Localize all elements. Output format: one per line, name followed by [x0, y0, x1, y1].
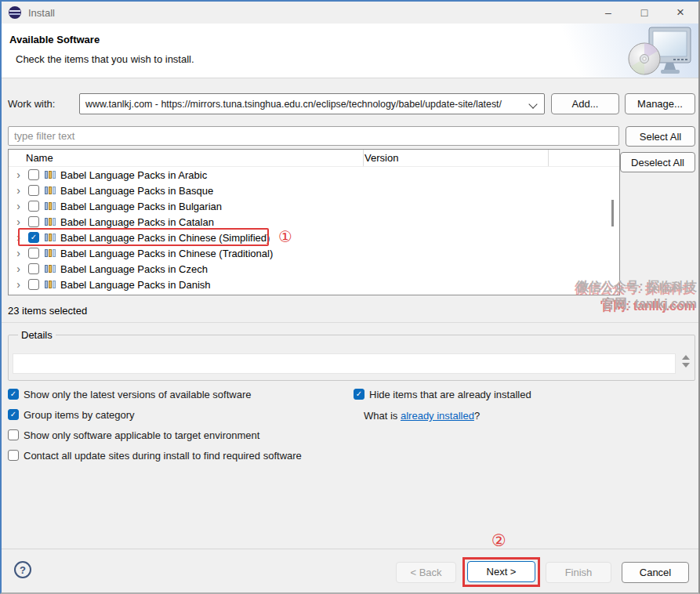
install-dialog-window: Install – □ × Available Software Check t…: [0, 0, 700, 594]
item-label: Babel Language Packs in Bulgarian: [60, 201, 222, 212]
window-title: Install: [28, 7, 55, 19]
item-checkbox[interactable]: [28, 263, 39, 274]
option-checkbox-row[interactable]: Group items by category: [8, 408, 302, 421]
manage-button[interactable]: Manage...: [625, 93, 695, 114]
table-row[interactable]: ›Babel Language Packs in Arabic: [9, 167, 608, 183]
expand-chevron-icon[interactable]: ›: [13, 170, 24, 179]
watermark-line2: 官网: tanlkj.com: [576, 295, 697, 313]
column-header-version[interactable]: Version: [365, 152, 398, 164]
work-with-combo[interactable]: www.tanlkj.com - https://mirrors.tuna.ts…: [79, 93, 545, 114]
combo-chevron-icon: [528, 100, 537, 108]
table-header[interactable]: Name Version: [9, 150, 619, 167]
item-label: Babel Language Packs in Danish: [60, 279, 211, 291]
work-with-label: Work with:: [8, 93, 55, 114]
details-text-area[interactable]: [13, 353, 676, 374]
minimize-button[interactable]: –: [590, 2, 626, 24]
item-label: Babel Language Packs in Basque: [60, 185, 213, 197]
feature-icon: [45, 171, 56, 179]
options-right-column: Hide items that are already installed: [354, 388, 531, 400]
item-checkbox[interactable]: [28, 248, 39, 259]
work-with-value: www.tanlkj.com - https://mirrors.tuna.ts…: [85, 99, 502, 110]
close-button[interactable]: ×: [662, 2, 698, 24]
item-checkbox[interactable]: [28, 232, 39, 243]
finish-button[interactable]: Finish: [546, 562, 611, 583]
scroll-up-icon[interactable]: [682, 355, 690, 360]
feature-icon: [45, 218, 56, 226]
maximize-button[interactable]: □: [626, 2, 662, 24]
annotation-step-2: ②: [491, 531, 506, 550]
back-button[interactable]: < Back: [396, 562, 456, 583]
what-is-prefix: What is: [364, 410, 401, 422]
page-subtitle: Check the items that you wish to install…: [16, 53, 194, 65]
checkbox-icon[interactable]: [8, 429, 19, 440]
option-checkbox-row[interactable]: Show only the latest versions of availab…: [8, 388, 302, 400]
table-scrollbar-thumb[interactable]: [611, 200, 614, 226]
column-separator[interactable]: [548, 150, 549, 166]
what-is-installed-line: What is already installed?: [364, 410, 480, 422]
item-checkbox[interactable]: [28, 169, 39, 180]
table-row[interactable]: ›Babel Language Packs in Chinese (Simpli…: [9, 230, 608, 245]
expand-chevron-icon[interactable]: ›: [13, 186, 24, 195]
table-row[interactable]: ›Babel Language Packs in Catalan: [9, 214, 608, 230]
expand-chevron-icon[interactable]: ›: [13, 280, 24, 289]
option-label: Show only the latest versions of availab…: [24, 389, 252, 400]
dialog-header: Available Software Check the items that …: [2, 24, 698, 78]
expand-chevron-icon[interactable]: ›: [13, 264, 24, 273]
scroll-down-icon[interactable]: [682, 363, 690, 368]
item-checkbox[interactable]: [28, 279, 39, 290]
item-label: Babel Language Packs in Arabic: [60, 169, 207, 181]
expand-chevron-icon[interactable]: ›: [13, 201, 24, 211]
checkbox-icon[interactable]: [8, 389, 19, 400]
option-checkbox-row[interactable]: Contact all update sites during install …: [8, 449, 302, 462]
feature-icon: [45, 281, 56, 288]
already-installed-link[interactable]: already installed: [401, 410, 474, 422]
table-row[interactable]: ›Babel Language Packs in Danish: [9, 277, 608, 292]
feature-icon: [45, 234, 56, 241]
eclipse-logo-icon: [9, 6, 21, 19]
deselect-all-button[interactable]: Deselect All: [620, 152, 695, 172]
what-is-suffix: ?: [474, 410, 480, 422]
table-body: ›Babel Language Packs in Arabic›Babel La…: [9, 167, 608, 292]
table-row[interactable]: ›Babel Language Packs in Chinese (Tradit…: [9, 245, 608, 261]
column-separator[interactable]: [363, 150, 364, 166]
expand-chevron-icon[interactable]: ›: [13, 233, 24, 242]
item-checkbox[interactable]: [28, 185, 39, 196]
option-label: Group items by category: [24, 409, 135, 421]
checkbox-icon[interactable]: [354, 389, 365, 400]
checkbox-icon[interactable]: [8, 409, 19, 420]
option-label: Show only software applicable to target …: [24, 429, 259, 441]
expand-chevron-icon[interactable]: ›: [13, 248, 24, 258]
filter-input[interactable]: [8, 126, 619, 146]
help-button[interactable]: ?: [14, 561, 31, 578]
details-group: Details: [8, 329, 695, 381]
details-scroll-arrows[interactable]: [682, 355, 690, 368]
item-label: Babel Language Packs in Catalan: [60, 216, 214, 228]
add-button[interactable]: Add...: [551, 93, 619, 114]
item-checkbox[interactable]: [28, 216, 39, 227]
table-row[interactable]: ›Babel Language Packs in Basque: [9, 183, 608, 198]
option-label: Hide items that are already installed: [369, 389, 531, 400]
column-header-name[interactable]: Name: [26, 152, 53, 164]
option-checkbox-row[interactable]: Hide items that are already installed: [354, 388, 531, 400]
feature-icon: [45, 249, 56, 257]
item-checkbox[interactable]: [28, 201, 39, 212]
option-label: Contact all update sites during install …: [24, 450, 302, 462]
install-software-icon: [628, 26, 692, 78]
window-controls: – □ ×: [590, 2, 698, 24]
page-title: Available Software: [9, 34, 100, 45]
annotation-step-1: ①: [278, 228, 292, 245]
checkbox-icon[interactable]: [8, 450, 19, 461]
expand-chevron-icon[interactable]: ›: [13, 217, 24, 226]
software-table: Name Version ›Babel Language Packs in Ar…: [8, 149, 620, 295]
table-row[interactable]: ›Babel Language Packs in Bulgarian: [9, 198, 608, 214]
option-checkbox-row[interactable]: Show only software applicable to target …: [8, 429, 302, 441]
cancel-button[interactable]: Cancel: [622, 562, 689, 583]
feature-icon: [45, 265, 56, 273]
next-button[interactable]: Next >: [467, 561, 535, 582]
table-row[interactable]: ›Babel Language Packs in Czech: [9, 261, 608, 277]
separator: [2, 322, 698, 323]
feature-icon: [45, 202, 56, 210]
title-bar: Install – □ ×: [2, 2, 698, 24]
item-label: Babel Language Packs in Czech: [60, 263, 208, 275]
select-all-button[interactable]: Select All: [626, 126, 695, 147]
